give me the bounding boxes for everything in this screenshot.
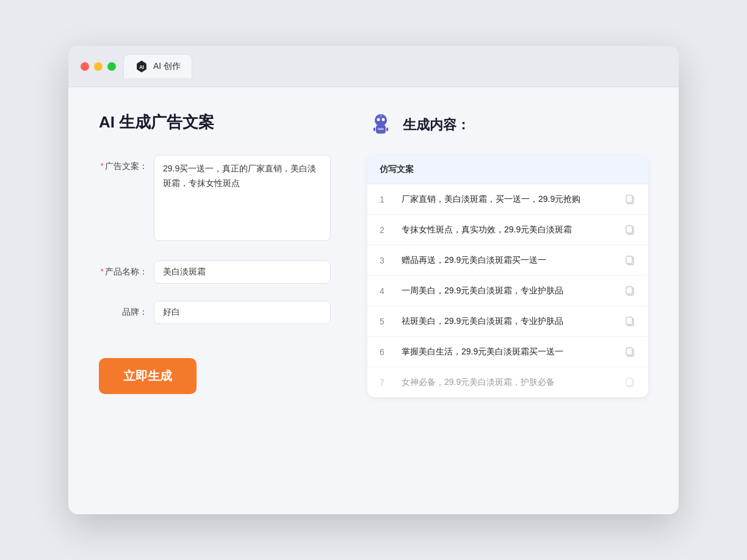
title-bar: AI AI 创作 xyxy=(68,46,679,87)
row-text: 掌握美白生活，29.9元美白淡斑霜买一送一 xyxy=(402,345,615,358)
svg-rect-18 xyxy=(626,287,632,294)
product-name-wrap xyxy=(154,260,331,284)
result-header: 生成内容： xyxy=(367,112,648,138)
ad-copy-input[interactable]: 29.9买一送一，真正的厂家直销，美白淡斑霜，专抹女性斑点 xyxy=(154,155,331,241)
row-text: 厂家直销，美白淡斑霜，买一送一，29.9元抢购 xyxy=(402,193,615,206)
svg-rect-14 xyxy=(626,226,632,233)
row-text: 祛斑美白，29.9元美白淡斑霜，专业护肤品 xyxy=(402,315,615,328)
right-panel: 生成内容： 仿写文案 1 厂家直销，美白淡斑霜，买一送一，29.9元抢购 2 专… xyxy=(367,112,648,490)
brand-wrap xyxy=(154,301,331,324)
label-brand: 品牌： xyxy=(99,301,148,318)
tab-ai-creation[interactable]: AI AI 创作 xyxy=(123,54,192,78)
copy-icon[interactable] xyxy=(625,377,636,388)
svg-rect-10 xyxy=(378,128,384,130)
svg-rect-20 xyxy=(626,317,632,325)
main-content: AI 生成广告文案 *广告文案： 29.9买一送一，真正的厂家直销，美白淡斑霜，… xyxy=(68,87,679,514)
row-num: 2 xyxy=(380,225,392,235)
label-product-name: *产品名称： xyxy=(99,260,148,278)
svg-rect-24 xyxy=(626,378,632,386)
minimize-button[interactable] xyxy=(94,62,103,71)
required-star: * xyxy=(101,161,104,171)
svg-rect-8 xyxy=(374,127,375,131)
ad-copy-wrap: 29.9买一送一，真正的厂家直销，美白淡斑霜，专抹女性斑点 xyxy=(154,155,331,243)
table-header: 仿写文案 xyxy=(367,156,648,184)
svg-rect-12 xyxy=(626,195,632,203)
svg-rect-9 xyxy=(386,127,388,131)
row-text: 一周美白，29.9元美白淡斑霜，专业护肤品 xyxy=(402,284,615,297)
table-row: 2 专抹女性斑点，真实功效，29.9元美白淡斑霜 xyxy=(367,215,648,245)
result-title: 生成内容： xyxy=(403,116,470,134)
row-num: 4 xyxy=(380,286,392,296)
svg-rect-16 xyxy=(626,256,632,264)
generate-button[interactable]: 立即生成 xyxy=(99,358,197,394)
result-table: 仿写文案 1 厂家直销，美白淡斑霜，买一送一，29.9元抢购 2 专抹女性斑点，… xyxy=(367,156,648,397)
table-row: 4 一周美白，29.9元美白淡斑霜，专业护肤品 xyxy=(367,276,648,306)
row-text: 专抹女性斑点，真实功效，29.9元美白淡斑霜 xyxy=(402,223,615,236)
svg-rect-22 xyxy=(626,348,632,355)
copy-icon[interactable] xyxy=(625,194,636,205)
form-row-product-name: *产品名称： xyxy=(99,260,331,284)
svg-point-7 xyxy=(380,114,382,117)
page-title: AI 生成广告文案 xyxy=(99,112,331,133)
copy-icon[interactable] xyxy=(625,285,636,296)
table-row: 5 祛斑美白，29.9元美白淡斑霜，专业护肤品 xyxy=(367,306,648,337)
form-row-brand: 品牌： xyxy=(99,301,331,324)
row-num: 1 xyxy=(380,195,392,204)
row-num: 5 xyxy=(380,317,392,326)
traffic-lights xyxy=(81,62,116,71)
row-num: 6 xyxy=(380,347,392,357)
svg-point-4 xyxy=(377,118,380,121)
table-row: 1 厂家直销，美白淡斑霜，买一送一，29.9元抢购 xyxy=(367,184,648,215)
tab-label: AI 创作 xyxy=(153,61,181,72)
form-row-ad-copy: *广告文案： 29.9买一送一，真正的厂家直销，美白淡斑霜，专抹女性斑点 xyxy=(99,155,331,243)
svg-point-5 xyxy=(382,118,385,121)
row-text: 女神必备，29.9元美白淡斑霜，护肤必备 xyxy=(402,376,615,389)
copy-icon[interactable] xyxy=(625,316,636,327)
maximize-button[interactable] xyxy=(107,62,116,71)
svg-text:AI: AI xyxy=(139,65,144,70)
row-text: 赠品再送，29.9元美白淡斑霜买一送一 xyxy=(402,254,615,267)
required-star-2: * xyxy=(101,267,104,276)
browser-window: AI AI 创作 AI 生成广告文案 *广告文案： 29.9买一送一，真正的厂家… xyxy=(68,46,679,514)
row-num: 3 xyxy=(380,256,392,265)
copy-icon[interactable] xyxy=(625,224,636,235)
close-button[interactable] xyxy=(81,62,89,71)
label-ad-copy: *广告文案： xyxy=(99,155,148,172)
row-num: 7 xyxy=(380,378,392,387)
robot-icon xyxy=(367,112,394,138)
copy-icon[interactable] xyxy=(625,255,636,266)
table-row: 6 掌握美白生活，29.9元美白淡斑霜买一送一 xyxy=(367,337,648,367)
ai-tab-icon: AI xyxy=(135,60,148,73)
brand-input[interactable] xyxy=(154,301,331,324)
left-panel: AI 生成广告文案 *广告文案： 29.9买一送一，真正的厂家直销，美白淡斑霜，… xyxy=(99,112,331,490)
product-name-input[interactable] xyxy=(154,260,331,284)
table-row: 3 赠品再送，29.9元美白淡斑霜买一送一 xyxy=(367,245,648,276)
copy-icon[interactable] xyxy=(625,346,636,357)
table-row: 7 女神必备，29.9元美白淡斑霜，护肤必备 xyxy=(367,367,648,397)
